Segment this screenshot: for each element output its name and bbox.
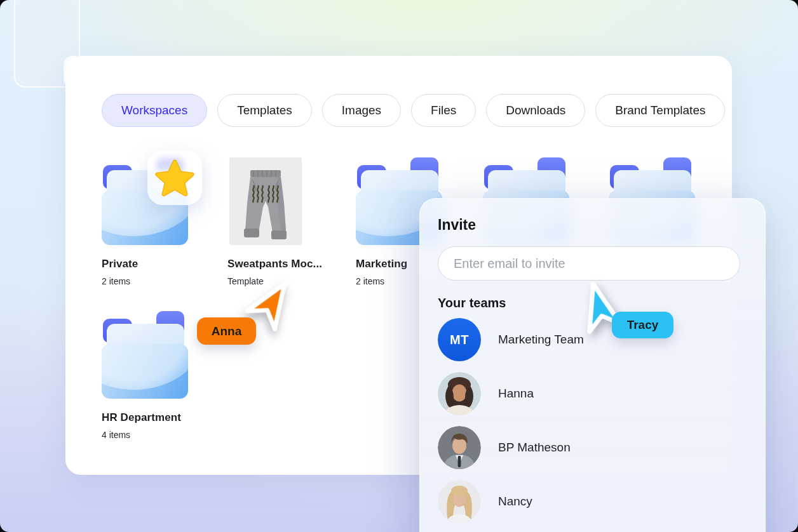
star-badge-icon: [147, 150, 202, 205]
tab-downloads[interactable]: Downloads: [486, 94, 585, 127]
tab-templates[interactable]: Templates: [217, 94, 312, 127]
anna-cursor-label: Anna: [197, 317, 256, 345]
member-photo-avatar: [438, 372, 481, 415]
tab-label: Templates: [237, 103, 292, 117]
team-name: Nancy: [498, 495, 532, 509]
grid-item-meta: 2 items: [102, 276, 203, 286]
teams-list: MTMarketing TeamHannaBP MathesonNancy: [438, 318, 747, 523]
invite-panel: Invite Your teams MTMarketing TeamHannaB…: [419, 198, 766, 532]
avatar-initials-text: MT: [450, 333, 469, 347]
team-row-bp-matheson[interactable]: BP Matheson: [438, 426, 747, 469]
member-photo-avatar: [438, 426, 481, 469]
template-thumbnail: [229, 157, 302, 245]
tracy-cursor-label: Tracy: [612, 312, 673, 338]
team-name: Marketing Team: [498, 333, 584, 347]
tab-label: Images: [342, 103, 381, 117]
folder-icon: [102, 157, 188, 245]
team-initials-avatar: MT: [438, 318, 481, 361]
tab-label: Brand Templates: [615, 103, 705, 117]
grid-item-hr-department[interactable]: HR Department4 items: [102, 311, 203, 440]
tab-images[interactable]: Images: [322, 94, 401, 127]
tab-label: Files: [431, 103, 456, 117]
invite-panel-title: Invite: [438, 216, 747, 234]
team-row-hanna[interactable]: Hanna: [438, 372, 747, 415]
tab-label: Workspaces: [121, 103, 187, 117]
grid-item-title: Private: [102, 258, 203, 270]
app-background: WorkspacesTemplatesImagesFilesDownloadsB…: [0, 0, 798, 532]
anna-cursor-label-text: Anna: [212, 324, 242, 338]
tracy-cursor-label-text: Tracy: [627, 318, 659, 332]
tab-brand-templates[interactable]: Brand Templates: [595, 94, 725, 127]
team-row-nancy[interactable]: Nancy: [438, 480, 747, 523]
tab-workspaces[interactable]: Workspaces: [102, 94, 207, 127]
tab-label: Downloads: [506, 103, 565, 117]
folder-icon: [102, 311, 188, 399]
grid-item-title: HR Department: [102, 411, 203, 424]
filter-tabs: WorkspacesTemplatesImagesFilesDownloadsB…: [102, 94, 725, 127]
member-photo-avatar: [438, 480, 481, 523]
tab-files[interactable]: Files: [411, 94, 476, 127]
grid-item-meta: 4 items: [102, 430, 203, 440]
team-name: Hanna: [498, 387, 534, 401]
grid-item-title: Sweatpants Moc...: [227, 258, 329, 270]
grid-item-private[interactable]: Private2 items: [102, 157, 203, 286]
invite-email-input[interactable]: [438, 246, 740, 281]
grid-item-sweatpants-moc-[interactable]: Sweatpants Moc...Template: [227, 157, 329, 286]
team-name: BP Matheson: [498, 441, 571, 455]
